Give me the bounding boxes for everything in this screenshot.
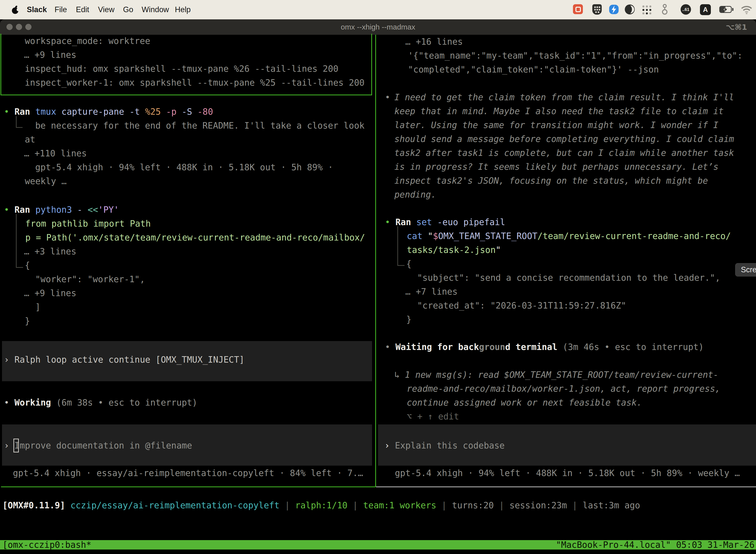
omx-last: last:3m ago	[583, 500, 640, 510]
tmux-status-bar: [omx-cczip0:bash* "MacBook-Pro-44.local"…	[0, 540, 756, 550]
config-line: inspect_worker-1: omx sparkshell --tmux-…	[25, 76, 365, 90]
edit-shortcut-hint: ⌥ + ↑ edit	[407, 409, 459, 424]
menu-edit[interactable]: Edit	[76, 0, 89, 19]
code-line: tasks/task-2.json"	[407, 243, 501, 257]
tmux-host-clock: "MacBook-Pro-44.local" 05:03 31-Mar-26	[556, 540, 755, 550]
working-status: • Working (6m 38s • esc to interrupt)	[4, 396, 197, 409]
output-line: … +16 lines	[405, 35, 463, 49]
right-pane-bottom-border	[376, 487, 756, 487]
prompt-placeholder: Explain this codebase	[395, 441, 505, 450]
output-line: {	[406, 257, 412, 271]
output-connector	[16, 214, 23, 268]
thinking-line: inspect task2's JSON, focusing on the st…	[394, 174, 708, 188]
output-line: }	[25, 314, 30, 328]
waiting-status: • Waiting for background terminal (3m 46…	[385, 340, 704, 354]
output-line: ]	[35, 300, 41, 314]
badge-count: ..61	[681, 7, 691, 12]
text-cursor	[13, 439, 19, 452]
output-line: … +9 lines	[24, 286, 76, 300]
output-line: … +3 lines	[24, 244, 76, 258]
output-connector	[397, 226, 404, 266]
output-line: gpt-5.4 xhigh · 94% left · 488K in · 5.1…	[35, 160, 333, 174]
window-shortcut-badge: ⌥⌘1	[726, 19, 747, 35]
mailbox-message-line: continue assigned work or next feasible …	[407, 396, 642, 409]
ralph-banner-text: Ralph loop active continue [OMX_TMUX_INJ…	[14, 355, 244, 365]
left-model-status: gpt-5.4 xhigh · essay/ai-reimplementatio…	[13, 466, 363, 480]
working-bullet-icon: •	[4, 398, 9, 407]
omx-ralph: ralph:1/10	[295, 500, 348, 510]
moon-crescent-icon[interactable]	[625, 4, 635, 16]
thinking-line: keep that in mind. Maybe I also need the…	[394, 104, 724, 118]
config-line: inspect_hud: omx sparkshell --tmux-pane …	[25, 62, 338, 76]
output-line: '{"team_name":"my-team","task_id":"1","f…	[408, 49, 743, 63]
omx-repo: cczip/essay/ai-reimplementation-copyleft	[70, 500, 279, 510]
return-arrow-icon: ↳	[394, 370, 399, 380]
dots-grid-icon[interactable]	[642, 5, 652, 16]
thinking-bullet-icon: •	[385, 90, 390, 104]
prompt-input-left[interactable]: › Improve documentation in @filename	[2, 425, 372, 466]
omx-session: session:23m	[509, 500, 567, 510]
window-titlebar: omx --xhigh --madmax ⌥⌘1	[0, 19, 756, 35]
output-line: "subject": "send a concise recommendatio…	[417, 271, 720, 285]
output-line: at	[25, 132, 35, 147]
code-line: cat "$OMX_TEAM_STATE_ROOT/team/review-cu…	[407, 229, 731, 243]
squiggle-utility-icon[interactable]	[661, 3, 669, 16]
menu-go[interactable]: Go	[123, 0, 133, 19]
apple-menu-icon[interactable]	[11, 5, 20, 16]
thinking-line: task2 after task1 is complete, but can I…	[394, 146, 734, 160]
waiting-bullet-icon: •	[385, 342, 390, 352]
output-line: … +110 lines	[24, 147, 87, 160]
code-line: p = Path('.omx/state/team/review-current…	[25, 231, 365, 244]
screen-tooltip: Scre	[735, 263, 756, 277]
thinking-line: is in progress? It seems likely but perh…	[394, 160, 718, 174]
wifi-icon[interactable]	[741, 5, 753, 15]
command-line: • Ran tmux capture-pane -t %25 -p -S -80	[4, 105, 213, 119]
output-line: {	[25, 258, 30, 272]
run-bullet-icon: •	[4, 205, 9, 215]
run-bullet-icon: •	[385, 217, 390, 227]
menu-file[interactable]: File	[55, 0, 67, 19]
thinking-line: should send a message before completing …	[394, 132, 734, 146]
prompt-chevron-icon: ›	[4, 441, 9, 450]
omx-version: [OMX#0.11.9]	[2, 500, 65, 510]
mailbox-message: ↳ 1 new msg(s): read $OMX_TEAM_STATE_ROO…	[394, 368, 718, 382]
right-model-status: gpt-5.4 xhigh · 94% left · 488K in · 5.1…	[395, 466, 740, 480]
menu-view[interactable]: View	[98, 0, 115, 19]
output-connector	[16, 116, 22, 128]
blue-bolt-icon[interactable]	[609, 4, 619, 16]
output-line: "worker": "worker-1",	[35, 272, 145, 286]
run-bullet-icon: •	[4, 107, 9, 117]
left-pane-bottom-border	[1, 487, 375, 487]
code-line: from pathlib import Path	[25, 217, 151, 231]
prompt-input-right[interactable]: › Explain this codebase	[378, 425, 756, 466]
chevron-icon: ›	[4, 355, 9, 365]
config-line: workspace_mode: worktree	[25, 34, 150, 48]
omx-status-line: [OMX#0.11.9] cczip/essay/ai-reimplementa…	[2, 498, 640, 512]
output-line: "completed","claim_token":"claim-token"}…	[408, 63, 659, 76]
pane-divider[interactable]	[375, 35, 376, 487]
menu-window[interactable]: Window	[142, 0, 169, 19]
prompt-chevron-icon: ›	[384, 441, 390, 450]
mailbox-message-line: readme-and-reco/mailbox/worker-1.json, a…	[407, 382, 720, 396]
ralph-loop-banner: › Ralph loop active continue [OMX_TMUX_I…	[2, 341, 372, 381]
output-line: be necessary for the end of the README. …	[35, 119, 365, 132]
slack-status-icon[interactable]	[573, 4, 583, 14]
menu-app-name[interactable]: Slack	[27, 0, 47, 19]
thinking-line: pending.	[394, 188, 436, 202]
prompt-placeholder: Improve documentation in @filename	[14, 441, 192, 450]
terminal-window: omx --xhigh --madmax ⌥⌘1 workspace_mode:…	[0, 19, 756, 554]
config-line: … +9 lines	[24, 48, 76, 62]
window-title: omx --xhigh --madmax	[0, 19, 756, 35]
menu-help[interactable]: Help	[175, 0, 191, 19]
omx-turns: turns:20	[452, 500, 494, 510]
output-line: weekly …	[25, 174, 67, 188]
output-line: "created_at": "2026-03-31T11:59:27.816Z"	[417, 298, 626, 313]
thinking-line: later. Using the same for transition mig…	[394, 118, 718, 132]
omx-team: team:1 workers	[363, 500, 436, 510]
tmux-session-name: [omx-cczip0:bash*	[2, 540, 91, 550]
output-line: }	[406, 313, 412, 326]
input-source-letter: A	[700, 6, 711, 14]
menu-bar: Slack File Edit View Go Window Help	[0, 0, 756, 19]
output-line: … +7 lines	[405, 285, 458, 298]
thinking-line: I need to get the claim token from the c…	[394, 90, 734, 104]
